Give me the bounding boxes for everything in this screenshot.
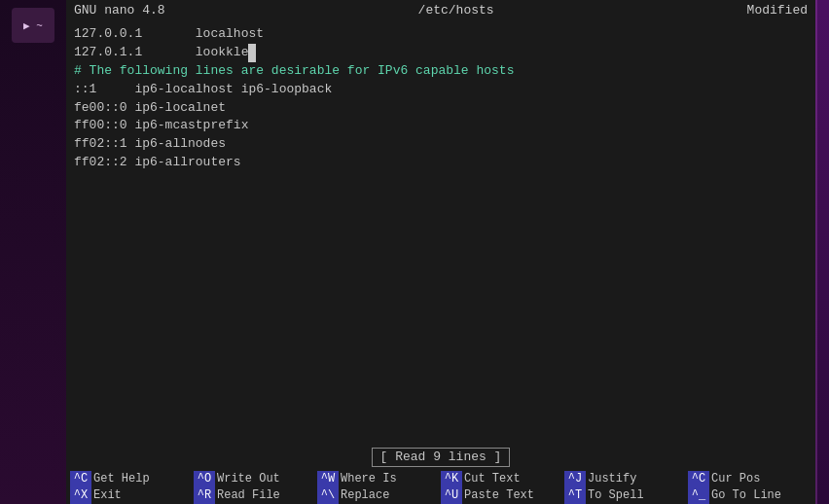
right-bar <box>815 0 829 504</box>
editor-line: ff02::2 ip6-allrouters <box>74 154 808 172</box>
shortcut-label: Paste Text <box>464 487 534 504</box>
title-bar: GNU nano 4.8 /etc/hosts Modified <box>66 0 815 21</box>
shortcut-key: ^\ <box>317 487 339 504</box>
shortcut-label: Justify <box>588 471 636 487</box>
shortcut-key: ^C <box>70 471 91 487</box>
shortcut-key: ^K <box>441 471 462 487</box>
editor-line: fe00::0 ip6-localnet <box>74 99 808 118</box>
shortcut-item[interactable]: ^CCur Pos <box>688 471 811 487</box>
shortcut-label: Go To Line <box>711 487 781 504</box>
editor-content[interactable]: 127.0.0.1 localhost127.0.1.1 lookkle # T… <box>66 21 815 446</box>
terminal-icon[interactable]: ▶ ~ <box>12 8 54 43</box>
shortcut-key: ^X <box>70 487 91 504</box>
shortcut-item[interactable]: ^JJustify <box>564 471 688 487</box>
modified-status: Modified <box>747 2 808 19</box>
shortcut-bar: ^CGet Help^OWrite Out^WWhere Is^KCut Tex… <box>66 469 815 504</box>
nano-version: GNU nano 4.8 <box>74 2 165 19</box>
shortcut-key: ^C <box>688 471 709 487</box>
shortcut-label: To Spell <box>588 487 644 504</box>
shortcut-row-1: ^CGet Help^OWrite Out^WWhere Is^KCut Tex… <box>70 471 811 487</box>
shortcut-key: ^W <box>317 471 339 487</box>
shortcut-key: ^R <box>194 487 215 504</box>
shortcut-item[interactable]: ^WWhere Is <box>317 471 441 487</box>
shortcut-row-2: ^XExit^RRead File^\Replace^UPaste Text^T… <box>70 487 811 504</box>
editor-area: GNU nano 4.8 /etc/hosts Modified 127.0.0… <box>66 0 815 504</box>
shortcut-label: Cur Pos <box>711 471 760 487</box>
shortcut-label: Replace <box>341 487 389 504</box>
shortcut-key: ^T <box>564 487 586 504</box>
shortcut-key: ^O <box>194 471 215 487</box>
shortcut-label: Get Help <box>93 471 150 487</box>
editor-line: ff00::0 ip6-mcastprefix <box>74 117 808 135</box>
shortcut-item[interactable]: ^\Replace <box>317 487 441 504</box>
editor-line: # The following lines are desirable for … <box>74 62 808 81</box>
shortcut-item[interactable]: ^TTo Spell <box>564 487 688 504</box>
file-path: /etc/hosts <box>418 2 494 19</box>
shortcut-label: Read File <box>217 487 280 504</box>
shortcut-item[interactable]: ^XExit <box>70 487 194 504</box>
shortcut-key: ^J <box>564 471 586 487</box>
shortcut-item[interactable]: ^CGet Help <box>70 471 194 487</box>
shortcut-label: Exit <box>93 487 122 504</box>
editor-line: ::1 ip6-localhost ip6-loopback <box>74 81 808 99</box>
shortcut-item[interactable]: ^RRead File <box>194 487 317 504</box>
shortcut-key: ^_ <box>688 487 709 504</box>
editor-line: 127.0.0.1 localhost <box>74 25 808 44</box>
status-bar: [ Read 9 lines ] <box>66 446 815 469</box>
shortcut-label: Cut Text <box>464 471 521 487</box>
editor-line: ff02::1 ip6-allnodes <box>74 135 808 154</box>
shortcut-item[interactable]: ^UPaste Text <box>441 487 564 504</box>
shortcut-item[interactable]: ^_Go To Line <box>688 487 811 504</box>
status-message: [ Read 9 lines ] <box>372 448 511 467</box>
shortcut-key: ^U <box>441 487 462 504</box>
shortcut-label: Where Is <box>341 471 397 487</box>
sidebar: ▶ ~ <box>0 0 66 504</box>
editor-line: 127.0.1.1 lookkle <box>74 44 808 62</box>
shortcut-label: Write Out <box>217 471 280 487</box>
shortcut-item[interactable]: ^OWrite Out <box>194 471 317 487</box>
shortcut-item[interactable]: ^KCut Text <box>441 471 564 487</box>
